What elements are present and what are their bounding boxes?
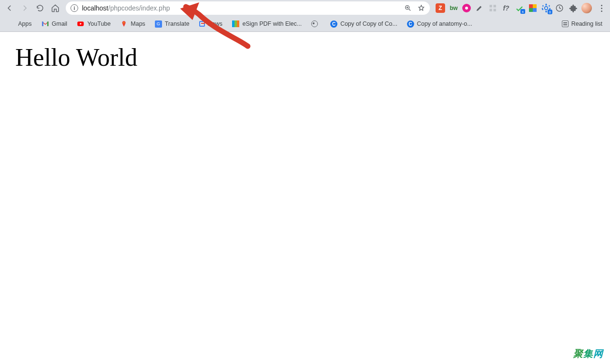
bookmark-label: Maps [131,20,145,27]
page-heading: Hello World [15,43,595,71]
bookmark-copy1[interactable]: C Copy of Copy of Co... [326,19,401,30]
svg-rect-5 [494,5,496,7]
ext-icon-1[interactable]: Z [436,3,445,13]
bookmark-star-icon[interactable] [417,4,425,12]
chrome-menu-button[interactable] [596,2,607,14]
address-bar[interactable]: i localhost/phpcodes/index.php [66,1,430,15]
globe-icon [311,20,318,27]
ext-icon-10[interactable] [555,3,564,13]
bookmark-news[interactable]: News [195,19,226,29]
gmail-icon [41,20,49,28]
bookmark-maps[interactable]: Maps [116,18,149,30]
svg-rect-6 [489,9,492,11]
forward-button[interactable] [18,1,31,15]
apps-grid-icon [8,20,15,28]
translate-icon: G [155,20,162,28]
home-icon [51,4,60,12]
arrow-right-icon [20,4,29,12]
reading-list-label: Reading list [571,20,602,27]
bookmark-esign[interactable]: eSign PDF with Elec... [228,18,305,30]
browser-chrome: i localhost/phpcodes/index.php Z bw f? [0,0,610,32]
bookmark-apps[interactable]: Apps [4,18,36,30]
site-info-icon[interactable]: i [71,4,78,12]
bookmark-label: News [208,20,223,27]
bookmark-label: Copy of anatomy-o... [417,20,472,27]
bookmarks-bar: Apps Gmail YouTube Maps G Translate Ne [0,16,610,31]
zoom-icon[interactable] [404,4,412,12]
home-button[interactable] [49,1,62,15]
bookmark-label: eSign PDF with Elec... [243,20,302,27]
url-text: localhost/phpcodes/index.php [82,4,170,12]
reading-list-icon [562,20,569,27]
svg-rect-4 [489,5,492,7]
bookmark-globe[interactable] [307,19,325,29]
ext-whatfont-icon[interactable]: f? [501,3,511,13]
ext-icon-2[interactable]: bw [449,3,458,13]
arrow-left-icon [5,4,14,12]
profile-avatar[interactable] [581,3,592,13]
extensions-menu-icon[interactable] [568,3,578,13]
svg-line-10 [559,8,561,9]
maps-icon [120,20,128,28]
bookmark-youtube[interactable]: YouTube [73,18,114,30]
news-icon [199,21,205,27]
svg-point-12 [123,22,124,23]
coursera-icon: C [330,20,337,28]
ext-icon-7[interactable]: x [515,3,524,13]
url-path: /phpcodes/index.php [108,4,170,12]
bookmark-gmail[interactable]: Gmail [38,18,71,30]
extensions-area: Z bw f? x 0 [434,2,607,14]
reload-icon [36,4,44,12]
esign-icon [232,20,240,28]
ext-settings-badge: 0 [548,10,552,14]
watermark-text: 聚集网 [573,347,603,360]
coursera-icon: C [407,20,414,28]
ext-settings-icon[interactable]: 0 [541,3,551,13]
youtube-icon [77,20,84,28]
ext-color-picker-icon[interactable] [475,3,484,13]
page-body: Hello World [0,32,610,83]
svg-line-1 [409,9,410,10]
reload-button[interactable] [33,1,47,15]
ext-icon-5[interactable] [488,3,498,13]
url-host: localhost [82,4,108,12]
ext-icon-8[interactable] [528,3,538,13]
bookmark-label: Apps [18,20,32,27]
back-button[interactable] [3,1,16,15]
bookmark-label: Translate [165,20,190,27]
bookmark-translate[interactable]: G Translate [151,19,193,30]
reading-list-button[interactable]: Reading list [558,19,606,29]
bookmark-label: Copy of Copy of Co... [340,20,397,27]
bookmark-copy2[interactable]: C Copy of anatomy-o... [403,19,476,30]
bookmark-label: YouTube [87,20,111,27]
svg-rect-7 [494,9,496,11]
toolbar: i localhost/phpcodes/index.php Z bw f? [0,0,610,16]
ext-icon-3[interactable] [462,4,471,12]
bookmark-label: Gmail [52,20,68,27]
